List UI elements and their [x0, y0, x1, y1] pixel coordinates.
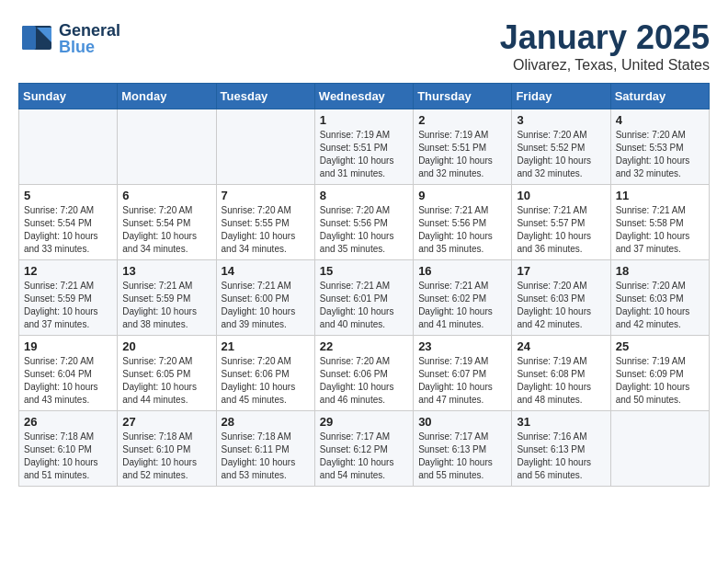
- calendar-day-2: 2Sunrise: 7:19 AM Sunset: 5:51 PM Daylig…: [414, 109, 512, 185]
- day-info: Sunrise: 7:20 AM Sunset: 6:04 PM Dayligh…: [24, 355, 112, 407]
- day-info: Sunrise: 7:19 AM Sunset: 6:08 PM Dayligh…: [517, 355, 605, 407]
- day-number: 9: [418, 189, 506, 202]
- logo-general-text: General: [59, 22, 120, 39]
- day-number: 31: [517, 415, 605, 429]
- day-number: 13: [122, 264, 210, 278]
- day-number: 14: [222, 264, 310, 278]
- logo-icon: [18, 18, 55, 59]
- day-number: 7: [222, 189, 310, 202]
- logo: General Blue: [18, 18, 120, 59]
- calendar-day-6: 6Sunrise: 7:20 AM Sunset: 5:54 PM Daylig…: [118, 185, 216, 260]
- day-number: 16: [418, 264, 506, 278]
- weekday-header-friday: Friday: [512, 84, 610, 109]
- day-info: Sunrise: 7:19 AM Sunset: 6:07 PM Dayligh…: [418, 355, 506, 407]
- empty-cell: [216, 109, 314, 185]
- day-number: 12: [24, 264, 112, 278]
- calendar-day-25: 25Sunrise: 7:19 AM Sunset: 6:09 PM Dayli…: [610, 336, 709, 411]
- calendar-week-2: 5Sunrise: 7:20 AM Sunset: 5:54 PM Daylig…: [19, 185, 710, 260]
- day-number: 4: [616, 113, 704, 127]
- day-number: 2: [418, 113, 506, 127]
- day-number: 30: [418, 415, 506, 429]
- calendar-day-19: 19Sunrise: 7:20 AM Sunset: 6:04 PM Dayli…: [19, 336, 118, 411]
- day-info: Sunrise: 7:21 AM Sunset: 5:57 PM Dayligh…: [517, 204, 605, 256]
- calendar-day-29: 29Sunrise: 7:17 AM Sunset: 6:12 PM Dayli…: [314, 411, 413, 487]
- day-number: 24: [517, 339, 605, 353]
- weekday-header-wednesday: Wednesday: [314, 84, 413, 109]
- day-number: 19: [24, 339, 112, 353]
- day-info: Sunrise: 7:21 AM Sunset: 6:02 PM Dayligh…: [418, 280, 506, 331]
- day-info: Sunrise: 7:19 AM Sunset: 5:51 PM Dayligh…: [418, 129, 506, 180]
- empty-cell: [610, 411, 709, 487]
- day-info: Sunrise: 7:20 AM Sunset: 5:54 PM Dayligh…: [24, 204, 112, 256]
- day-info: Sunrise: 7:20 AM Sunset: 5:56 PM Dayligh…: [320, 204, 408, 256]
- day-number: 21: [222, 339, 310, 353]
- calendar-day-7: 7Sunrise: 7:20 AM Sunset: 5:55 PM Daylig…: [216, 185, 314, 260]
- day-info: Sunrise: 7:20 AM Sunset: 6:06 PM Dayligh…: [320, 355, 408, 407]
- calendar-day-30: 30Sunrise: 7:17 AM Sunset: 6:13 PM Dayli…: [414, 411, 512, 487]
- day-number: 8: [320, 189, 408, 202]
- day-info: Sunrise: 7:20 AM Sunset: 6:05 PM Dayligh…: [122, 355, 210, 407]
- logo-blue-text: Blue: [59, 39, 120, 55]
- weekday-header-tuesday: Tuesday: [216, 84, 314, 109]
- day-info: Sunrise: 7:16 AM Sunset: 6:13 PM Dayligh…: [517, 431, 605, 482]
- day-number: 23: [418, 339, 506, 353]
- day-info: Sunrise: 7:21 AM Sunset: 6:00 PM Dayligh…: [222, 280, 310, 331]
- calendar-day-15: 15Sunrise: 7:21 AM Sunset: 6:01 PM Dayli…: [314, 260, 413, 336]
- calendar-day-26: 26Sunrise: 7:18 AM Sunset: 6:10 PM Dayli…: [19, 411, 118, 487]
- day-number: 20: [122, 339, 210, 353]
- calendar-day-18: 18Sunrise: 7:20 AM Sunset: 6:03 PM Dayli…: [610, 260, 709, 336]
- day-info: Sunrise: 7:18 AM Sunset: 6:11 PM Dayligh…: [222, 431, 310, 482]
- calendar-day-20: 20Sunrise: 7:20 AM Sunset: 6:05 PM Dayli…: [118, 336, 216, 411]
- page-header: General Blue January 2025 Olivarez, Texa…: [18, 18, 710, 74]
- day-number: 17: [517, 264, 605, 278]
- day-number: 6: [122, 189, 210, 202]
- day-number: 29: [320, 415, 408, 429]
- calendar-day-12: 12Sunrise: 7:21 AM Sunset: 5:59 PM Dayli…: [19, 260, 118, 336]
- calendar-day-10: 10Sunrise: 7:21 AM Sunset: 5:57 PM Dayli…: [512, 185, 610, 260]
- day-info: Sunrise: 7:18 AM Sunset: 6:10 PM Dayligh…: [24, 431, 112, 482]
- calendar-week-4: 19Sunrise: 7:20 AM Sunset: 6:04 PM Dayli…: [19, 336, 710, 411]
- day-info: Sunrise: 7:20 AM Sunset: 6:06 PM Dayligh…: [222, 355, 310, 407]
- calendar-day-8: 8Sunrise: 7:20 AM Sunset: 5:56 PM Daylig…: [314, 185, 413, 260]
- day-info: Sunrise: 7:17 AM Sunset: 6:12 PM Dayligh…: [320, 431, 408, 482]
- weekday-header-monday: Monday: [118, 84, 216, 109]
- day-info: Sunrise: 7:21 AM Sunset: 5:59 PM Dayligh…: [24, 280, 112, 331]
- day-info: Sunrise: 7:21 AM Sunset: 5:59 PM Dayligh…: [122, 280, 210, 331]
- day-number: 10: [517, 189, 605, 202]
- logo-text: General Blue: [59, 22, 120, 55]
- day-info: Sunrise: 7:21 AM Sunset: 6:01 PM Dayligh…: [320, 280, 408, 331]
- day-number: 25: [616, 339, 704, 353]
- day-number: 22: [320, 339, 408, 353]
- calendar-day-23: 23Sunrise: 7:19 AM Sunset: 6:07 PM Dayli…: [414, 336, 512, 411]
- day-info: Sunrise: 7:20 AM Sunset: 5:54 PM Dayligh…: [122, 204, 210, 256]
- calendar-day-13: 13Sunrise: 7:21 AM Sunset: 5:59 PM Dayli…: [118, 260, 216, 336]
- calendar-day-4: 4Sunrise: 7:20 AM Sunset: 5:53 PM Daylig…: [610, 109, 709, 185]
- calendar-day-1: 1Sunrise: 7:19 AM Sunset: 5:51 PM Daylig…: [314, 109, 413, 185]
- day-info: Sunrise: 7:21 AM Sunset: 5:58 PM Dayligh…: [616, 204, 704, 256]
- calendar-day-14: 14Sunrise: 7:21 AM Sunset: 6:00 PM Dayli…: [216, 260, 314, 336]
- empty-cell: [118, 109, 216, 185]
- title-block: January 2025 Olivarez, Texas, United Sta…: [500, 18, 710, 74]
- day-number: 1: [320, 113, 408, 127]
- calendar-day-21: 21Sunrise: 7:20 AM Sunset: 6:06 PM Dayli…: [216, 336, 314, 411]
- calendar-day-22: 22Sunrise: 7:20 AM Sunset: 6:06 PM Dayli…: [314, 336, 413, 411]
- day-number: 28: [222, 415, 310, 429]
- day-info: Sunrise: 7:19 AM Sunset: 5:51 PM Dayligh…: [320, 129, 408, 180]
- day-number: 3: [517, 113, 605, 127]
- calendar-day-5: 5Sunrise: 7:20 AM Sunset: 5:54 PM Daylig…: [19, 185, 118, 260]
- day-number: 26: [24, 415, 112, 429]
- location-title: Olivarez, Texas, United States: [500, 57, 710, 74]
- empty-cell: [19, 109, 118, 185]
- calendar-day-27: 27Sunrise: 7:18 AM Sunset: 6:10 PM Dayli…: [118, 411, 216, 487]
- day-info: Sunrise: 7:17 AM Sunset: 6:13 PM Dayligh…: [418, 431, 506, 482]
- day-info: Sunrise: 7:20 AM Sunset: 5:55 PM Dayligh…: [222, 204, 310, 256]
- calendar-week-1: 1Sunrise: 7:19 AM Sunset: 5:51 PM Daylig…: [19, 109, 710, 185]
- calendar-day-16: 16Sunrise: 7:21 AM Sunset: 6:02 PM Dayli…: [414, 260, 512, 336]
- day-info: Sunrise: 7:19 AM Sunset: 6:09 PM Dayligh…: [616, 355, 704, 407]
- day-number: 18: [616, 264, 704, 278]
- weekday-header-saturday: Saturday: [610, 84, 709, 109]
- month-title: January 2025: [500, 18, 710, 57]
- day-info: Sunrise: 7:20 AM Sunset: 5:53 PM Dayligh…: [616, 129, 704, 180]
- weekday-header-row: SundayMondayTuesdayWednesdayThursdayFrid…: [19, 84, 710, 109]
- calendar-day-3: 3Sunrise: 7:20 AM Sunset: 5:52 PM Daylig…: [512, 109, 610, 185]
